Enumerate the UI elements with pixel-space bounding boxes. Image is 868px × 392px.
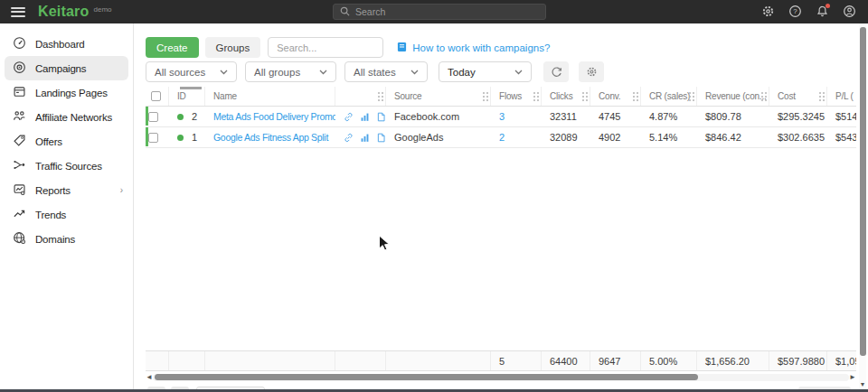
- status-active-dot: [177, 114, 184, 120]
- sources-filter-value: All sources: [155, 67, 205, 78]
- totals-cost: $597.9880: [778, 356, 825, 367]
- row-checkbox[interactable]: [148, 133, 158, 143]
- drag-handle-icon[interactable]: [483, 92, 485, 94]
- date-range-select[interactable]: Today: [439, 61, 532, 82]
- date-range-value: Today: [448, 67, 476, 78]
- sidebar-item-dashboard[interactable]: Dashboard: [0, 32, 133, 56]
- campaigns-search-input[interactable]: [268, 37, 383, 58]
- drag-handle-icon[interactable]: [689, 92, 691, 94]
- scroll-down-arrow-icon[interactable]: ▼: [859, 381, 866, 387]
- flows-link[interactable]: 3: [499, 111, 505, 122]
- sidebar-label: Campaigns: [35, 63, 86, 74]
- revenue-value: $809.78: [705, 111, 741, 122]
- column-header-id[interactable]: ID: [169, 87, 205, 106]
- horizontal-scroll-track[interactable]: [153, 374, 849, 381]
- table-row[interactable]: 1 Google Ads Fitness App Split ••• Googl…: [146, 127, 856, 148]
- sources-filter-select[interactable]: All sources: [146, 61, 237, 82]
- column-header-cost[interactable]: Cost: [769, 87, 827, 106]
- groups-filter-select[interactable]: All groups: [245, 61, 336, 82]
- table-header-row: ID Name Source Flows Clicks Conv. CR (sa…: [146, 87, 856, 107]
- affiliate-networks-icon: [13, 109, 26, 125]
- states-filter-select[interactable]: All states: [344, 61, 428, 82]
- notes-file-icon[interactable]: [376, 112, 386, 122]
- column-header-pl[interactable]: P/L (: [827, 87, 856, 106]
- stats-chart-icon[interactable]: [360, 133, 370, 143]
- sidebar-item-traffic-sources[interactable]: Traffic Sources: [0, 154, 133, 178]
- sidebar-label: Traffic Sources: [35, 161, 102, 172]
- campaign-id: 2: [192, 111, 197, 122]
- vertical-scroll-thumb[interactable]: [860, 27, 866, 356]
- scroll-right-arrow-icon[interactable]: ►: [849, 373, 856, 381]
- conv-value: 4902: [599, 132, 620, 143]
- column-header-flows[interactable]: Flows: [491, 87, 542, 106]
- hamburger-menu-icon[interactable]: [11, 7, 25, 17]
- column-header-cr[interactable]: CR (sales): [641, 87, 697, 106]
- dashboard-icon: [13, 36, 26, 51]
- stats-chart-icon[interactable]: [360, 112, 370, 122]
- notes-file-icon[interactable]: [376, 133, 386, 143]
- drag-handle-icon[interactable]: [633, 92, 635, 94]
- sidebar-label: Reports: [35, 185, 71, 196]
- drag-handle-icon[interactable]: [761, 92, 763, 94]
- drag-handle-icon[interactable]: [819, 92, 821, 94]
- column-header-name[interactable]: Name: [205, 87, 335, 106]
- column-header-revenue[interactable]: Revenue (con...: [697, 87, 769, 106]
- drag-handle-icon[interactable]: [533, 92, 535, 94]
- sidebar-item-landings-pages[interactable]: Landings Pages: [0, 80, 133, 105]
- vertical-scrollbar[interactable]: ▼: [859, 23, 866, 392]
- global-search-input[interactable]: [355, 6, 527, 17]
- help-campaigns-link[interactable]: How to work with campaigns?: [397, 42, 550, 54]
- row-checkbox[interactable]: [148, 112, 158, 122]
- copy-link-icon[interactable]: [344, 112, 354, 122]
- horizontal-scrollbar: ◄ ►: [146, 373, 856, 381]
- table-empty-area: [146, 148, 856, 350]
- help-icon[interactable]: ?: [788, 5, 803, 19]
- sidebar-item-offers[interactable]: Offers: [0, 129, 133, 154]
- scroll-left-arrow-icon[interactable]: ◄: [146, 373, 153, 381]
- column-header-source[interactable]: Source: [386, 87, 491, 106]
- user-avatar-icon[interactable]: [843, 5, 857, 19]
- copy-link-icon[interactable]: [344, 133, 354, 143]
- flows-link[interactable]: 2: [499, 132, 505, 143]
- sidebar: Dashboard Campaigns Landings Pages Affil…: [0, 23, 134, 392]
- topbar: Keitaro demo ?: [0, 0, 868, 23]
- totals-flows: 5: [499, 356, 505, 367]
- sidebar-label: Dashboard: [35, 39, 84, 50]
- column-header-clicks[interactable]: Clicks: [542, 87, 590, 106]
- sidebar-item-campaigns[interactable]: Campaigns: [5, 56, 128, 80]
- cr-value: 4.87%: [649, 111, 677, 122]
- sidebar-label: Trends: [35, 210, 66, 220]
- sidebar-item-domains[interactable]: Domains: [0, 227, 133, 251]
- filters-row: All sources All groups All states Today: [146, 61, 612, 82]
- cost-value: $302.6635: [778, 132, 825, 143]
- chevron-down-icon: [220, 70, 228, 75]
- campaigns-target-icon: [13, 61, 26, 76]
- global-search[interactable]: [333, 4, 546, 20]
- drag-handle-icon[interactable]: [582, 92, 584, 94]
- horizontal-scroll-thumb[interactable]: [155, 374, 698, 380]
- totals-clicks: 64400: [550, 356, 578, 367]
- groups-button[interactable]: Groups: [205, 37, 261, 58]
- sidebar-item-trends[interactable]: Trends: [0, 202, 133, 227]
- table-settings-button[interactable]: [579, 61, 604, 82]
- campaign-name-link[interactable]: Meta Ads Food Delivery Promo: [213, 111, 335, 122]
- sidebar-item-reports[interactable]: Reports ›: [0, 178, 133, 202]
- settings-gear-icon[interactable]: [761, 5, 776, 19]
- campaigns-table: ID Name Source Flows Clicks Conv. CR (sa…: [146, 87, 856, 371]
- campaign-name-link[interactable]: Google Ads Fitness App Split: [213, 132, 328, 143]
- create-button[interactable]: Create: [146, 37, 199, 58]
- notifications-bell-icon[interactable]: [816, 5, 830, 19]
- notification-dot: [826, 4, 830, 8]
- select-all-checkbox[interactable]: [151, 91, 161, 101]
- domains-globe-icon: [13, 231, 26, 247]
- chevron-right-icon[interactable]: ›: [120, 185, 123, 195]
- totals-pl: $1,05: [835, 356, 856, 367]
- drag-handle-icon[interactable]: [378, 92, 380, 94]
- row-accent-bar: [146, 133, 148, 143]
- table-row[interactable]: 2 Meta Ads Food Delivery Promo ••• Faceb…: [146, 107, 856, 127]
- column-header-conv[interactable]: Conv.: [590, 87, 641, 106]
- refresh-button[interactable]: [543, 61, 569, 82]
- sidebar-item-affiliate-networks[interactable]: Affiliate Networks: [0, 105, 133, 129]
- app-logo[interactable]: Keitaro: [38, 4, 90, 20]
- refresh-icon: [551, 66, 562, 78]
